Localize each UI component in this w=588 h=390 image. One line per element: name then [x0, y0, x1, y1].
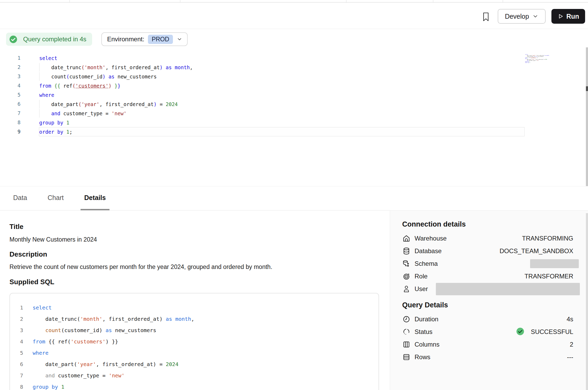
query-status-badge: Query completed in 4s: [6, 33, 92, 46]
code-line[interactable]: 7 and customer_type = 'new': [0, 109, 588, 118]
detail-label: Role: [415, 273, 427, 280]
run-label: Run: [566, 13, 579, 20]
tab-details[interactable]: Details: [81, 186, 109, 210]
details-pane: Title Monthly New Customers in 2024 Desc…: [9, 211, 379, 390]
code-line[interactable]: 8group by 1: [0, 118, 588, 127]
warehouse-icon: [402, 234, 411, 243]
code-line[interactable]: 4from {{ ref('customers') }}: [0, 81, 588, 90]
detail-value: TRANSFORMER: [525, 273, 573, 280]
bookmark-icon[interactable]: [480, 11, 492, 23]
code-line: 2 date_trunc('month', first_ordered_at) …: [10, 313, 378, 325]
detail-row: WarehouseTRANSFORMING: [402, 232, 573, 245]
line-number: 8: [10, 381, 23, 390]
success-check-icon: [9, 35, 17, 43]
editor-minimap[interactable]: select date_trunc('month', first_ordered…: [525, 54, 553, 70]
develop-dropdown-button[interactable]: Develop: [498, 9, 546, 24]
tab-separator: [180, 0, 180, 3]
detail-value: DOCS_TEAM_SANDBOX: [500, 247, 573, 255]
detail-row: RoleTRANSFORMER: [402, 270, 573, 283]
title-value: Monthly New Customers in 2024: [9, 236, 97, 243]
detail-label: Rows: [415, 353, 430, 361]
detail-row: Columns2: [402, 338, 573, 351]
rows-icon: [402, 353, 411, 361]
redacted-value: [436, 283, 580, 295]
dbt-query-ide: Develop Run Query completed in 4s Enviro…: [0, 0, 588, 390]
code-line[interactable]: 6 date_part('year', first_ordered_at) = …: [0, 99, 588, 109]
header-bar: Develop Run: [0, 3, 588, 29]
play-icon: [557, 13, 564, 19]
line-number: 2: [0, 63, 26, 72]
role-icon: [402, 272, 411, 281]
detail-label: Columns: [415, 341, 440, 348]
environment-label: Environment:: [107, 36, 144, 43]
detail-value: TRANSFORMING: [522, 235, 573, 242]
redacted-value: [530, 259, 579, 268]
code-line: 4from {{ ref('customers') }}: [10, 336, 378, 347]
supplied-sql-block: 1select2 date_trunc('month', first_order…: [9, 293, 379, 390]
chevron-down-icon: [177, 36, 182, 42]
detail-label: Database: [415, 247, 442, 255]
details-scrollbar-track[interactable]: [586, 213, 588, 390]
detail-label: Status: [415, 328, 432, 336]
editor-code[interactable]: 1select2 date_trunc('month', first_order…: [0, 53, 588, 136]
tab-separator: [69, 0, 70, 3]
line-number: 6: [10, 359, 23, 370]
code-line[interactable]: 1select: [0, 53, 588, 63]
connection-details-rows: WarehouseTRANSFORMINGDatabaseDOCS_TEAM_S…: [402, 232, 573, 295]
run-button[interactable]: Run: [551, 9, 585, 24]
line-number: 2: [10, 313, 23, 325]
success-check-icon: [516, 327, 527, 337]
detail-row: Duration4s: [402, 313, 573, 326]
line-number: 6: [0, 99, 26, 109]
query-details-heading: Query Details: [402, 301, 573, 309]
columns-icon: [402, 340, 411, 349]
detail-row: StatusSUCCESSFUL: [402, 326, 573, 338]
connection-details-heading: Connection details: [402, 220, 573, 228]
line-number: 4: [0, 81, 26, 90]
clock-icon: [402, 315, 411, 323]
user-icon: [402, 285, 411, 293]
detail-row: Schema: [402, 257, 573, 270]
environment-selector[interactable]: Environment: PROD: [101, 32, 188, 46]
line-number: 5: [10, 347, 23, 359]
schema-icon: [402, 259, 411, 268]
tab-data[interactable]: Data: [9, 186, 31, 210]
environment-value-pill: PROD: [148, 35, 173, 44]
line-number: 9: [0, 127, 26, 136]
code-line: 5where: [10, 347, 378, 359]
status-spinner-icon: [402, 328, 411, 336]
description-heading: Description: [9, 250, 47, 258]
line-number: 4: [10, 336, 23, 347]
status-row: Query completed in 4s Environment: PROD: [0, 29, 588, 47]
line-number: 1: [0, 53, 26, 63]
code-line[interactable]: 2 date_trunc('month', first_ordered_at) …: [0, 63, 588, 72]
code-line: 8group by 1: [10, 381, 378, 390]
code-line: 6 date_part('year', first_ordered_at) = …: [10, 359, 378, 370]
query-details-rows: Duration4sStatusSUCCESSFULColumns2Rows--…: [402, 313, 573, 363]
editor-scrollbar-thumb[interactable]: [586, 86, 588, 91]
detail-label: Schema: [415, 260, 438, 267]
line-number: 8: [0, 118, 26, 127]
chevron-down-icon: [532, 13, 539, 19]
browser-tab-strip: [0, 0, 588, 3]
detail-value: 4s: [567, 316, 573, 323]
detail-label: User: [415, 285, 428, 293]
sql-editor[interactable]: 1select2 date_trunc('month', first_order…: [0, 47, 588, 186]
code-line[interactable]: 3 count(customer_id) as new_customers: [0, 72, 588, 81]
editor-scrollbar-track[interactable]: [586, 47, 588, 186]
description-value: Retrieve the count of new customers per …: [9, 263, 272, 271]
tab-chart[interactable]: Chart: [44, 186, 67, 210]
code-line[interactable]: 9order by 1;: [0, 127, 588, 136]
detail-value: 2: [570, 341, 573, 348]
code-line[interactable]: 5where: [0, 90, 588, 99]
supplied-sql-heading: Supplied SQL: [9, 278, 54, 286]
detail-row: DatabaseDOCS_TEAM_SANDBOX: [402, 245, 573, 257]
minimap-code: select date_trunc('month', first_ordered…: [525, 54, 553, 63]
code-line: 1select: [10, 302, 378, 313]
code-line: 7 and customer_type = 'new': [10, 370, 378, 381]
detail-row: Rows---: [402, 351, 573, 363]
connection-panel: Connection details WarehouseTRANSFORMING…: [390, 211, 588, 390]
detail-row: User: [402, 283, 573, 295]
tab-separator: [433, 0, 433, 3]
tab-separator: [503, 0, 503, 3]
